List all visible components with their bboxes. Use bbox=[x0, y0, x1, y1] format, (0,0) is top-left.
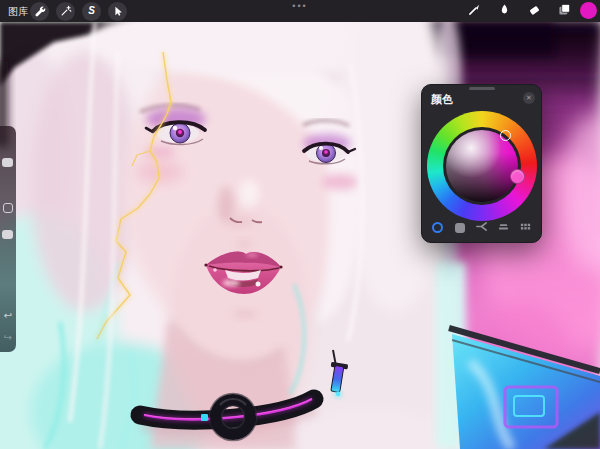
layers-button[interactable] bbox=[555, 3, 573, 19]
tab-value[interactable] bbox=[496, 220, 511, 235]
redo-button[interactable]: ↪ bbox=[0, 332, 16, 343]
close-icon[interactable]: ✕ bbox=[523, 92, 535, 104]
brush-size-slider[interactable] bbox=[2, 158, 13, 167]
classic-square-icon bbox=[455, 223, 465, 233]
procreate-window: 图库 S ••• bbox=[0, 0, 600, 449]
hue-ring[interactable] bbox=[427, 111, 537, 221]
harmony-icon bbox=[475, 219, 488, 237]
tab-palettes[interactable] bbox=[518, 220, 533, 235]
opacity-slider[interactable] bbox=[2, 230, 13, 239]
smudge-finger-icon bbox=[498, 2, 511, 20]
eraser-icon bbox=[528, 2, 541, 20]
modify-button[interactable] bbox=[3, 203, 13, 213]
paint-tool-button[interactable] bbox=[465, 3, 483, 19]
panel-drag-handle[interactable] bbox=[469, 87, 495, 90]
current-color-swatch[interactable] bbox=[580, 2, 597, 19]
top-toolbar: 图库 S ••• bbox=[0, 0, 600, 22]
redo-arrow-icon: ↪ bbox=[4, 332, 12, 343]
brush-sidebar: ↩ ↪ bbox=[0, 126, 16, 352]
undo-arrow-icon: ↩ bbox=[4, 310, 12, 321]
smudge-tool-button[interactable] bbox=[495, 3, 513, 19]
saturation-disc[interactable] bbox=[446, 130, 518, 202]
layers-icon bbox=[558, 2, 571, 20]
disc-cursor[interactable] bbox=[500, 130, 511, 141]
undo-button[interactable]: ↩ bbox=[0, 310, 16, 321]
color-panel-title: 颜色 bbox=[431, 92, 453, 107]
eraser-tool-button[interactable] bbox=[525, 3, 543, 19]
hue-knob[interactable] bbox=[510, 169, 525, 184]
color-panel: 颜色 ✕ bbox=[421, 84, 542, 243]
value-sliders-icon bbox=[497, 219, 510, 237]
color-panel-tabs bbox=[422, 220, 541, 235]
brush-icon bbox=[468, 2, 481, 20]
disc-icon bbox=[432, 222, 443, 233]
tab-harmony[interactable] bbox=[474, 220, 489, 235]
tab-classic[interactable] bbox=[452, 220, 467, 235]
tab-disc[interactable] bbox=[430, 220, 445, 235]
palettes-grid-icon bbox=[519, 219, 532, 237]
